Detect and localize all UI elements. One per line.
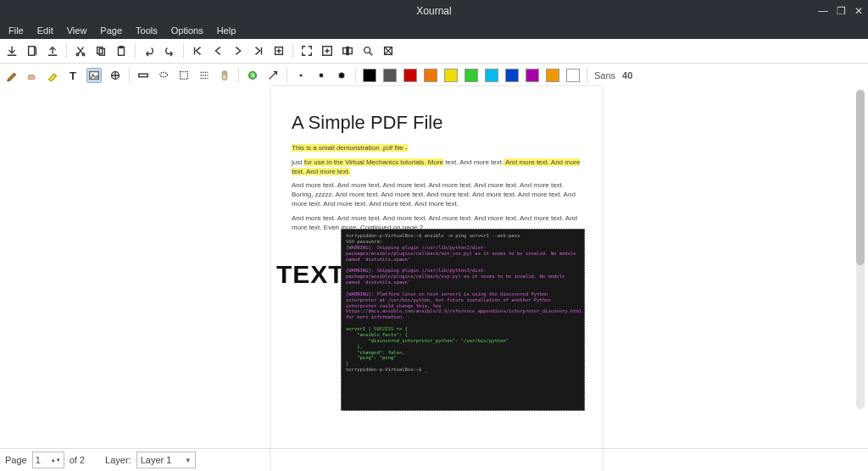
separator [66,43,67,58]
svg-point-11 [364,47,370,53]
separator [238,68,239,83]
prev-page-icon[interactable] [211,44,225,58]
select-lasso-icon[interactable] [157,69,170,82]
save-icon[interactable] [5,44,19,58]
paste-icon[interactable] [114,44,128,58]
font-size[interactable]: 40 [622,70,632,80]
highlight-1: This is a small demonstration .pdf file … [292,144,408,152]
separator [587,68,587,83]
zoom-fit-icon[interactable] [320,44,334,58]
menu-view[interactable]: View [62,25,92,36]
select-rect-icon[interactable] [177,69,191,82]
menubar: File Edit View Page Tools Options Help [0,22,868,39]
doc-title: A Simple PDF File [292,112,581,134]
page[interactable]: A Simple PDF File This is a small demons… [271,86,602,471]
menu-file[interactable]: File [3,25,29,36]
separator [135,43,136,58]
scroll-thumb[interactable] [856,90,865,265]
zoom-in-icon[interactable] [361,44,375,58]
menu-options[interactable]: Options [166,25,209,36]
color-blue[interactable] [505,69,519,82]
minimize-button[interactable]: — [818,5,828,17]
new-icon[interactable] [25,44,39,58]
para-1: This is a small demonstration .pdf file … [292,144,581,153]
color-black[interactable] [363,69,376,82]
text-tool-icon[interactable]: T [66,69,80,82]
menu-tools[interactable]: Tools [131,25,163,36]
stroke-fine-icon[interactable] [294,69,308,82]
color-magenta[interactable] [526,69,539,82]
separator [287,68,287,83]
zoom-width-icon[interactable] [341,44,354,58]
color-red[interactable] [403,69,417,82]
para-3: And more text. And more text. And more t… [292,181,581,208]
svg-rect-0 [29,47,35,56]
page-content: A Simple PDF File This is a small demons… [271,86,602,232]
svg-point-22 [320,74,323,77]
stroke-thick-icon[interactable] [335,69,348,82]
separator [292,43,293,58]
canvas-area[interactable]: A Simple PDF File This is a small demons… [0,86,868,449]
page-spinner[interactable]: 1 ▲▼ [32,452,64,468]
open-icon[interactable] [46,44,59,58]
svg-rect-10 [346,47,349,56]
maximize-button[interactable]: ❐ [837,5,846,17]
image-tool-icon[interactable] [86,68,102,83]
highlight-2: for use in the Virtual Mechanics tutoria… [304,158,443,166]
titlebar: Xournal — ❐ ✕ [0,0,868,22]
main-toolbar [0,39,868,64]
separator [129,68,130,83]
color-green[interactable] [465,69,478,82]
cut-icon[interactable] [74,44,87,58]
scrollbar[interactable] [856,90,865,409]
layer-combo[interactable]: Layer 1▼ [136,452,196,468]
eraser-tool-icon[interactable] [25,69,39,82]
color-yellow[interactable] [444,69,458,82]
first-page-icon[interactable] [191,44,204,58]
pen-tool-icon[interactable] [5,69,19,82]
window-buttons: — ❐ ✕ [818,0,863,22]
menu-page[interactable]: Page [95,25,127,36]
svg-point-23 [339,73,344,78]
copy-icon[interactable] [94,44,108,58]
select-vert-icon[interactable] [198,69,211,82]
color-amber[interactable] [546,69,559,82]
next-page-icon[interactable] [231,44,245,58]
color-gray[interactable] [383,69,397,82]
menu-edit[interactable]: Edit [32,25,58,36]
stroke-medium-icon[interactable] [314,69,328,82]
arrow-tool-icon[interactable] [266,69,280,82]
separator [183,43,184,58]
hand-tool-icon[interactable] [218,69,231,82]
font-name[interactable]: Sans [594,70,615,80]
menu-help[interactable]: Help [212,25,242,36]
tools-toolbar: T Sans 40 [0,64,868,88]
fullscreen-icon[interactable] [300,44,314,58]
svg-rect-17 [139,74,148,77]
default-tool-icon[interactable] [246,69,259,82]
svg-point-21 [300,75,302,76]
page-add-icon[interactable] [272,44,286,58]
svg-rect-19 [181,72,188,80]
chevron-down-icon: ▼ [185,457,192,464]
zoom-out-icon[interactable] [381,44,395,58]
close-button[interactable]: ✕ [854,5,863,17]
color-orange[interactable] [424,69,437,82]
svg-point-18 [160,73,168,77]
para-2: just for use in the Virtual Mechanics tu… [292,158,581,177]
ruler-icon[interactable] [136,69,150,82]
redo-icon[interactable] [163,44,176,58]
statusbar: Page 1 ▲▼ of 2 Layer: Layer 1▼ [0,448,868,471]
window-title: Xournal [416,5,451,17]
highlighter-tool-icon[interactable] [46,69,59,82]
shapes-tool-icon[interactable] [108,69,122,82]
color-cyan[interactable] [485,69,498,82]
last-page-icon[interactable] [252,44,265,58]
color-white[interactable] [566,69,580,82]
inserted-image[interactable]: terrypidden-p-VirtualBox:~$ ansible -m p… [341,229,585,411]
undo-icon[interactable] [142,44,156,58]
page-of: of 2 [70,455,85,465]
svg-rect-13 [29,75,35,79]
page-label: Page [5,455,27,465]
inserted-text[interactable]: TEXT [276,260,345,289]
